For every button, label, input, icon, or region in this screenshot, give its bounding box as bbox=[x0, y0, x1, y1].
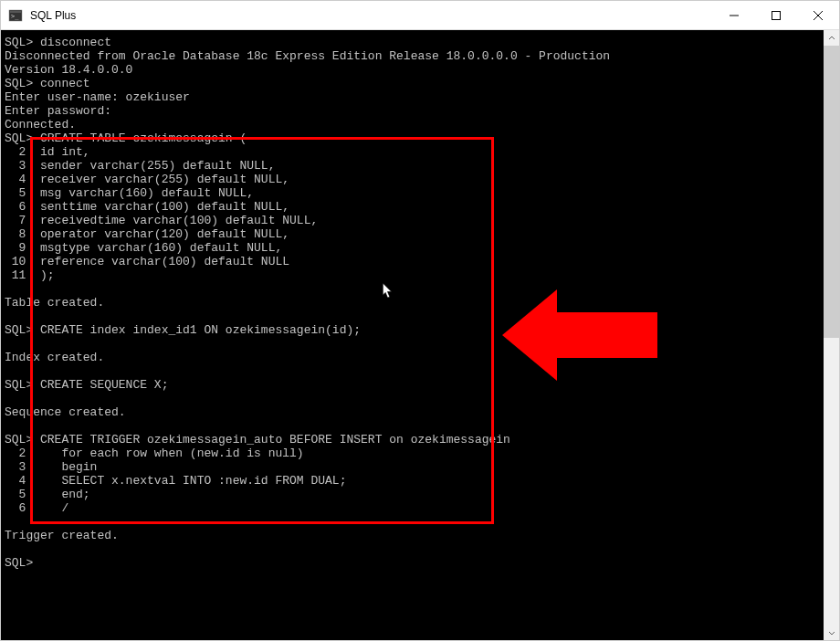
window-controls bbox=[713, 1, 839, 29]
app-icon: >_ bbox=[8, 8, 23, 23]
terminal-output[interactable]: SQL> disconnect Disconnected from Oracle… bbox=[1, 30, 824, 640]
scrollbar-up-arrow[interactable] bbox=[824, 30, 839, 46]
svg-text:>_: >_ bbox=[11, 13, 19, 20]
minimize-button[interactable] bbox=[713, 1, 755, 29]
chevron-up-icon bbox=[828, 35, 835, 42]
minimize-icon bbox=[730, 11, 739, 20]
maximize-icon bbox=[772, 11, 781, 20]
scrollbar-thumb[interactable] bbox=[824, 46, 839, 338]
titlebar[interactable]: >_ SQL Plus bbox=[1, 1, 839, 30]
sqlplus-window: >_ SQL Plus SQL> disconn bbox=[0, 0, 840, 641]
maximize-button[interactable] bbox=[755, 1, 797, 29]
close-icon bbox=[814, 11, 823, 20]
scrollbar-track[interactable] bbox=[824, 46, 839, 625]
scrollbar-down-arrow[interactable] bbox=[824, 625, 839, 640]
chevron-down-icon bbox=[828, 629, 835, 636]
vertical-scrollbar[interactable] bbox=[824, 30, 839, 640]
terminal-wrapper: SQL> disconnect Disconnected from Oracle… bbox=[1, 30, 839, 640]
close-button[interactable] bbox=[797, 1, 839, 29]
window-title: SQL Plus bbox=[30, 9, 76, 22]
svg-rect-4 bbox=[772, 11, 781, 19]
